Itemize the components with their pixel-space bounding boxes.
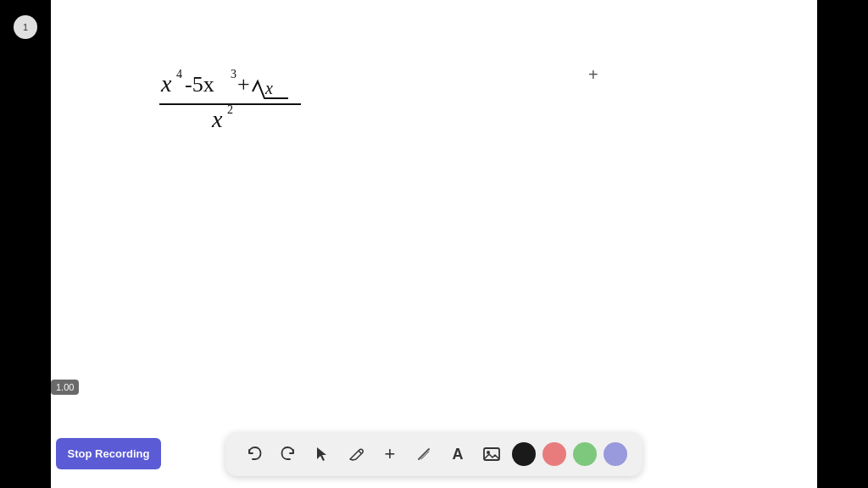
svg-text:x: x: [211, 106, 223, 132]
svg-text:3: 3: [231, 68, 236, 80]
svg-text:4: 4: [176, 68, 182, 80]
math-expression: x 4 -5x 3 + x x 2: [153, 51, 339, 147]
svg-text:-5x: -5x: [185, 72, 214, 97]
color-blue-button[interactable]: [604, 442, 627, 466]
color-pink-button[interactable]: [542, 442, 566, 466]
svg-text:x: x: [160, 70, 172, 97]
drawing-canvas[interactable]: x 4 -5x 3 + x x 2 +: [51, 0, 817, 488]
svg-marker-9: [317, 447, 326, 461]
eraser-tool-button[interactable]: [409, 439, 439, 469]
select-tool-button[interactable]: [307, 439, 337, 469]
pen-tool-button[interactable]: [341, 439, 371, 469]
undo-button[interactable]: [239, 439, 270, 469]
drawing-toolbar: + A: [225, 432, 643, 476]
stop-recording-button[interactable]: Stop Recording: [56, 438, 161, 469]
image-tool-button[interactable]: [476, 439, 507, 469]
svg-line-10: [359, 451, 361, 453]
zoom-badge: 1.00: [51, 380, 79, 395]
color-green-button[interactable]: [573, 442, 597, 466]
svg-text:+: +: [237, 72, 250, 97]
svg-text:2: 2: [227, 103, 233, 116]
left-sidebar: 1: [0, 0, 51, 488]
right-sidebar: [817, 0, 868, 488]
svg-rect-13: [484, 448, 499, 460]
page-number-badge: 1: [14, 15, 37, 39]
svg-line-11: [419, 449, 429, 459]
text-tool-button[interactable]: A: [442, 439, 473, 469]
redo-button[interactable]: [273, 439, 303, 469]
color-black-button[interactable]: [512, 442, 536, 466]
add-element-button[interactable]: +: [375, 439, 405, 469]
plus-cursor-icon: +: [588, 66, 598, 83]
svg-text:x: x: [264, 79, 273, 97]
